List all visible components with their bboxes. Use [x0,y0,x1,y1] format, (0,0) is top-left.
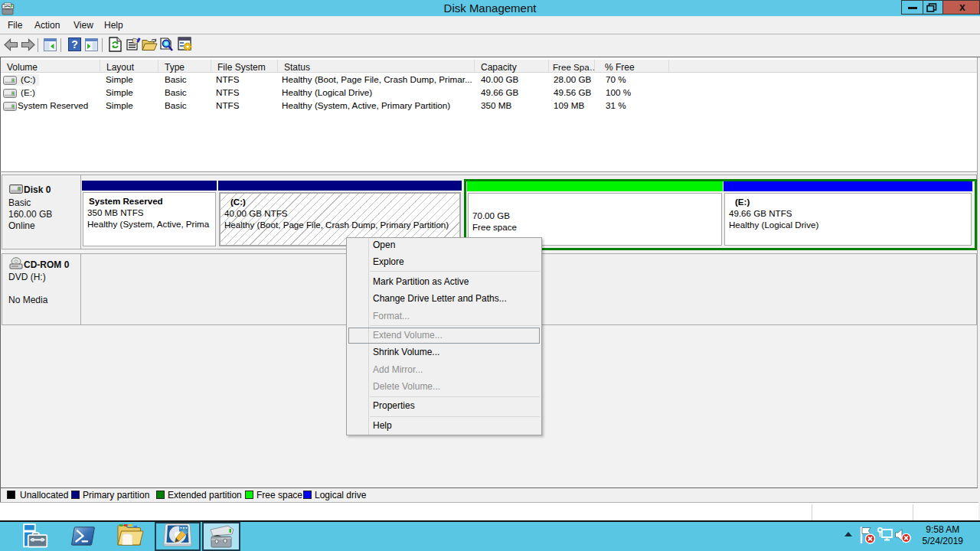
svg-text:?: ? [71,38,78,51]
